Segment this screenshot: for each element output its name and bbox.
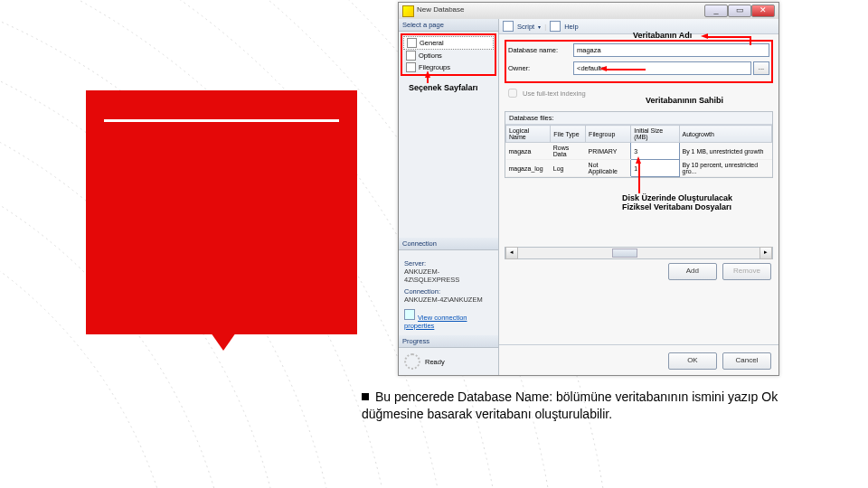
files-group-header: Database files: — [505, 112, 772, 125]
help-button[interactable]: Help — [564, 23, 578, 31]
page-label: Filegroups — [419, 63, 450, 71]
table-header-row: Logical Name File Type Filegroup Initial… — [506, 126, 772, 143]
chevron-down-icon[interactable]: ▾ — [538, 23, 541, 30]
col-filegroup[interactable]: Filegroup — [586, 126, 631, 143]
fulltext-label: Use full-text indexing — [523, 89, 586, 98]
left-panel: Select a page General Options Filegroups… — [399, 19, 499, 375]
cell: Log — [551, 160, 586, 177]
file-buttons: Add Remove — [665, 263, 771, 280]
help-icon — [550, 21, 561, 32]
fulltext-checkbox[interactable]: Use full-text indexing — [505, 86, 773, 100]
remove-button[interactable]: Remove — [722, 263, 771, 280]
arrowhead-icon — [636, 156, 641, 164]
script-button[interactable]: Script — [517, 23, 534, 31]
server-label: Server: — [404, 259, 493, 267]
arrow-line — [606, 69, 646, 70]
new-database-dialog: New Database _ ▭ ✕ Select a page General… — [398, 2, 779, 376]
annotation-files: Disk Üzerinde Oluşturulacak Fiziksel Ver… — [622, 193, 732, 211]
cancel-button[interactable]: Cancel — [722, 352, 771, 370]
arrow-line — [707, 36, 750, 38]
arrow-line — [750, 36, 751, 45]
horizontal-scrollbar[interactable]: ◂ ▸ — [505, 247, 773, 259]
dialog-buttons: OK Cancel — [665, 352, 771, 370]
scroll-left-arrow[interactable]: ◂ — [505, 247, 518, 259]
cell: magaza_log — [506, 160, 551, 177]
page-label: Options — [419, 52, 442, 60]
arrowhead-icon — [701, 33, 708, 39]
cell: By 1 MB, unrestricted growth — [679, 143, 772, 160]
cell: By 10 percent, unrestricted gro... — [679, 160, 772, 177]
progress-section: Ready — [404, 353, 493, 370]
minimize-button[interactable]: _ — [704, 5, 728, 17]
page-icon — [406, 62, 416, 72]
add-button[interactable]: Add — [668, 263, 717, 280]
page-general[interactable]: General — [403, 36, 494, 50]
callout-box — [86, 90, 357, 334]
cell: Rows Data — [551, 143, 586, 160]
bullet-icon — [362, 393, 369, 400]
spinner-icon — [404, 353, 420, 370]
annotation-dbname: Veritabanın Adı — [633, 31, 692, 40]
maximize-button[interactable]: ▭ — [728, 5, 751, 17]
page-label: General — [420, 39, 444, 47]
annotation-owner: Veritabanının Sahibi — [646, 96, 723, 105]
progress-header: Progress — [399, 335, 498, 348]
footer-separator — [499, 344, 778, 345]
connection-value: ANKUZEM-4Z\ANKUZEM — [404, 296, 493, 304]
connection-label: Connection: — [404, 287, 493, 296]
close-button[interactable]: ✕ — [751, 5, 775, 17]
scroll-thumb[interactable] — [612, 249, 637, 258]
owner-browse-button[interactable]: ... — [753, 61, 769, 75]
pages-list: General Options Filegroups — [401, 33, 496, 76]
dbname-label: Database name: — [508, 46, 573, 54]
script-icon — [503, 21, 514, 32]
slide-bullet: Bu pencerede Database Name: bölümüne ver… — [362, 389, 823, 423]
fulltext-check-input[interactable] — [508, 89, 517, 98]
dbname-input[interactable]: magaza — [573, 43, 769, 57]
fields-highlight: Database name: magaza Owner: <default> .… — [505, 40, 773, 83]
page-filegroups[interactable]: Filegroups — [403, 61, 494, 73]
arrow-line — [638, 163, 640, 193]
select-page-header: Select a page — [399, 19, 498, 32]
col-initial-size[interactable]: Initial Size (MB) — [631, 126, 679, 143]
db-icon — [402, 5, 414, 17]
window-title: New Database — [417, 5, 464, 14]
col-autogrowth[interactable]: Autogrowth — [679, 126, 772, 143]
ok-button[interactable]: OK — [668, 352, 717, 370]
owner-label: Owner: — [508, 64, 573, 72]
col-logical-name[interactable]: Logical Name — [506, 126, 551, 143]
progress-value: Ready — [425, 358, 445, 366]
scroll-right-arrow[interactable]: ▸ — [760, 247, 772, 259]
cell: magaza — [506, 143, 551, 160]
annotation-pages: Seçenek Sayfaları — [409, 83, 478, 92]
server-value: ANKUZEM-4Z\SQLEXPRESS — [404, 267, 493, 284]
arrowhead-icon — [599, 66, 607, 71]
cell: PRIMARY — [586, 143, 631, 160]
connection-info: Server: ANKUZEM-4Z\SQLEXPRESS Connection… — [404, 256, 493, 330]
page-options[interactable]: Options — [403, 50, 494, 61]
connection-header: Connection — [399, 238, 498, 250]
cell: Not Applicable — [586, 160, 631, 177]
col-file-type[interactable]: File Type — [551, 126, 586, 143]
arrow-line — [427, 76, 429, 83]
page-icon — [407, 38, 417, 48]
bullet-text: Bu pencerede Database Name: bölümüne ver… — [362, 389, 778, 421]
titlebar: New Database _ ▭ ✕ — [399, 3, 778, 20]
page-icon — [406, 51, 416, 61]
link-icon — [404, 309, 415, 320]
